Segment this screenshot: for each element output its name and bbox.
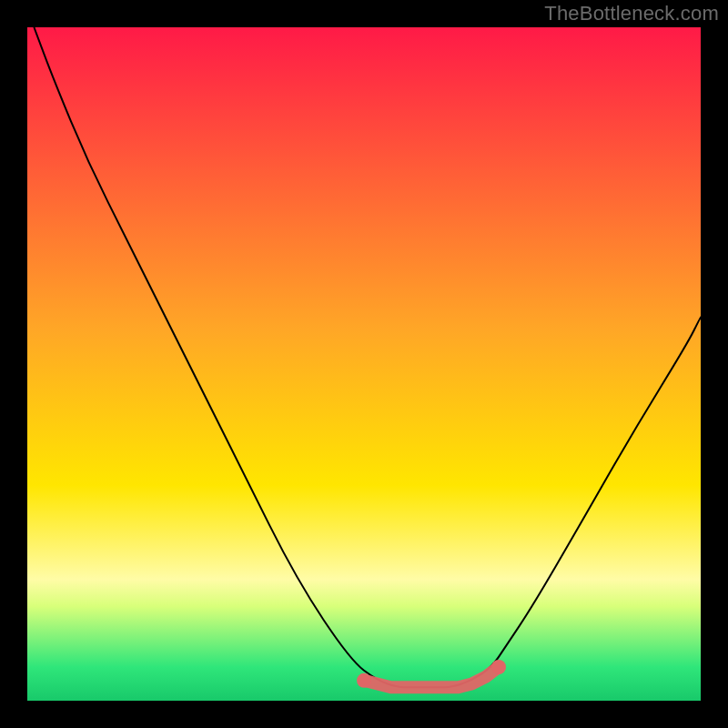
- chart-canvas: [27, 27, 701, 701]
- svg-point-1: [491, 660, 506, 674]
- chart-frame: TheBottleneck.com: [0, 0, 728, 728]
- gradient-background: [27, 27, 701, 701]
- svg-point-0: [357, 673, 371, 688]
- watermark-label: TheBottleneck.com: [544, 2, 719, 25]
- plot-area: [27, 27, 701, 701]
